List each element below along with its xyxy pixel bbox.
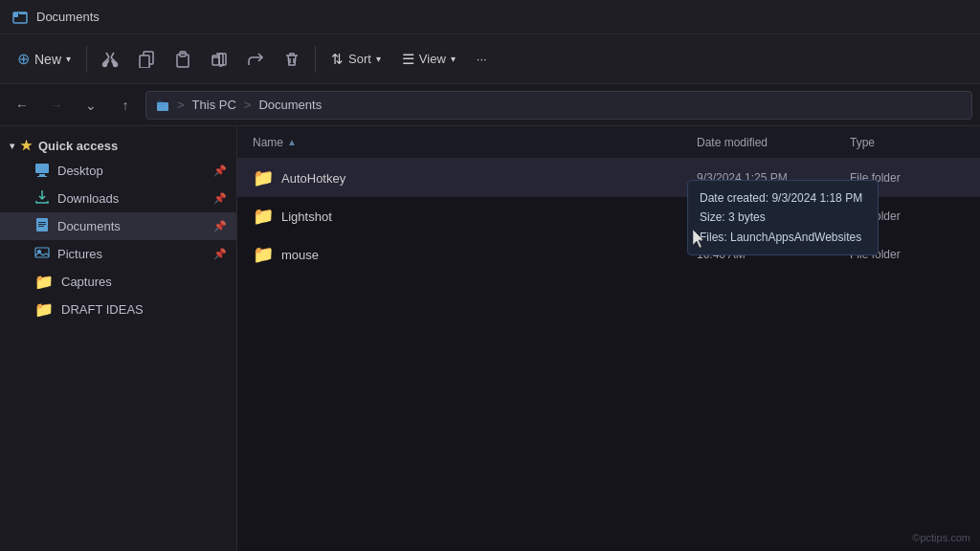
tooltip-files: Files: LaunchAppsAndWebsites: [700, 228, 866, 247]
watermark: ©pctips.com: [912, 532, 970, 543]
sidebar-item-documents[interactable]: Documents 📌: [0, 212, 236, 240]
view-button[interactable]: ☰ View ▾: [392, 42, 465, 77]
back-button[interactable]: ←: [8, 91, 36, 120]
new-button-plus-icon: ⊕: [17, 50, 30, 68]
sidebar: ▾ ★ Quick access Desktop 📌 Downloads 📌: [0, 126, 237, 551]
breadcrumb-separator-1: >: [177, 98, 185, 112]
svg-rect-25: [35, 248, 49, 257]
file-name-mouse: mouse: [281, 248, 697, 262]
folder-icon-mouse: 📁: [253, 244, 274, 265]
quick-access-chevron-icon: ▾: [10, 141, 14, 151]
tooltip-size-value: 3 bytes: [728, 210, 766, 224]
tooltip-files-label: Files:: [700, 231, 727, 244]
sort-button-label: Sort: [348, 52, 371, 66]
sidebar-item-label-pictures: Pictures: [57, 247, 102, 261]
col-date-header[interactable]: Date modified: [697, 136, 850, 149]
svg-line-6: [111, 53, 114, 57]
title-bar-title: Documents: [36, 10, 100, 24]
col-type-header[interactable]: Type: [850, 136, 965, 149]
view-chevron-icon: ▾: [451, 54, 456, 64]
pin-icon-downloads: 📌: [213, 192, 227, 205]
svg-rect-20: [37, 176, 47, 177]
file-list: Name ▲ Date modified Type 📁 AutoHotkey 9…: [237, 126, 980, 551]
sidebar-item-captures[interactable]: 📁 Captures: [0, 268, 236, 296]
cut-button[interactable]: [93, 42, 127, 77]
sort-button[interactable]: ⇅ Sort ▾: [322, 42, 390, 77]
new-button-label: New: [34, 52, 61, 67]
folder-icon-lightshot: 📁: [253, 206, 274, 227]
new-button-chevron-icon: ▾: [66, 54, 71, 64]
view-button-label: View: [419, 52, 446, 66]
folder-icon-autohotkey: 📁: [253, 167, 274, 188]
copy-button[interactable]: [129, 42, 164, 77]
col-name-header[interactable]: Name ▲: [253, 136, 697, 149]
paste-button[interactable]: [166, 42, 200, 77]
col-type-label: Type: [850, 136, 875, 149]
tooltip-files-value: LaunchAppsAndWebsites: [730, 231, 861, 244]
svg-rect-17: [157, 102, 168, 111]
sort-icon: ⇅: [331, 51, 344, 68]
sidebar-item-downloads[interactable]: Downloads 📌: [0, 185, 236, 212]
more-options-label: ···: [477, 52, 487, 66]
sidebar-item-draft-ideas[interactable]: 📁 DRAFT IDEAS: [0, 296, 236, 323]
tooltip-date-created: Date created: 9/3/2024 1:18 PM: [700, 188, 866, 208]
this-pc-breadcrumb[interactable]: This PC: [192, 98, 236, 112]
file-tooltip: Date created: 9/3/2024 1:18 PM Size: 3 b…: [687, 180, 879, 255]
up-button[interactable]: ↑: [111, 91, 140, 120]
address-bar-area: ← → ⌄ ↑ > This PC > Documents: [0, 84, 980, 126]
toolbar: ⊕ New ▾: [0, 34, 980, 84]
expand-nav-button[interactable]: ⌄: [77, 91, 105, 120]
delete-button[interactable]: [275, 42, 309, 77]
pin-icon-documents: 📌: [213, 220, 227, 232]
tooltip-size-label: Size:: [700, 210, 725, 224]
svg-rect-22: [38, 222, 46, 223]
svg-rect-23: [38, 224, 46, 225]
new-button[interactable]: ⊕ New ▾: [8, 42, 80, 77]
sidebar-item-label-captures: Captures: [61, 275, 112, 289]
svg-rect-1: [13, 12, 18, 17]
address-folder-icon: [156, 99, 169, 112]
sort-chevron-icon: ▾: [376, 54, 381, 64]
address-box[interactable]: > This PC > Documents: [145, 91, 972, 120]
svg-rect-18: [35, 164, 49, 173]
sidebar-item-label-downloads: Downloads: [57, 191, 119, 206]
captures-folder-icon: 📁: [34, 273, 54, 291]
view-icon: ☰: [402, 51, 414, 68]
title-bar-icon: [11, 9, 29, 26]
toolbar-separator-1: [86, 46, 87, 73]
documents-breadcrumb[interactable]: Documents: [258, 98, 322, 112]
file-name-autohotkey: AutoHotkey: [281, 171, 697, 186]
title-bar: Documents: [0, 0, 980, 34]
downloads-icon: [34, 189, 50, 208]
sidebar-item-label-documents: Documents: [57, 219, 121, 233]
tooltip-date-created-label: Date created:: [700, 191, 768, 205]
pictures-icon: [34, 245, 50, 263]
sidebar-item-desktop[interactable]: Desktop 📌: [0, 157, 236, 185]
forward-button[interactable]: →: [42, 91, 71, 120]
quick-access-label: Quick access: [38, 139, 118, 153]
pin-icon-desktop: 📌: [213, 165, 227, 177]
sidebar-item-pictures[interactable]: Pictures 📌: [0, 240, 236, 268]
sort-arrow-icon: ▲: [287, 137, 297, 147]
desktop-icon: [34, 162, 50, 180]
toolbar-separator-2: [315, 46, 316, 73]
file-list-header: Name ▲ Date modified Type: [237, 126, 980, 159]
draft-ideas-folder-icon: 📁: [34, 300, 54, 319]
documents-icon: [34, 217, 50, 235]
col-date-label: Date modified: [697, 136, 768, 149]
share-button[interactable]: [238, 42, 273, 77]
quick-access-star-icon: ★: [20, 138, 33, 153]
sidebar-item-label-draft-ideas: DRAFT IDEAS: [61, 302, 144, 317]
move-button[interactable]: [202, 42, 236, 77]
file-name-lightshot: Lightshot: [281, 209, 697, 224]
sidebar-item-label-desktop: Desktop: [57, 164, 103, 178]
svg-rect-19: [39, 174, 45, 176]
col-name-label: Name: [253, 136, 283, 149]
quick-access-header[interactable]: ▾ ★ Quick access: [0, 134, 236, 157]
tooltip-size: Size: 3 bytes: [700, 208, 866, 227]
more-options-button[interactable]: ···: [467, 42, 497, 77]
svg-rect-24: [38, 226, 44, 227]
svg-rect-2: [19, 12, 27, 14]
main-content: ▾ ★ Quick access Desktop 📌 Downloads 📌: [0, 126, 980, 551]
tooltip-date-created-value: 9/3/2024 1:18 PM: [771, 191, 862, 205]
